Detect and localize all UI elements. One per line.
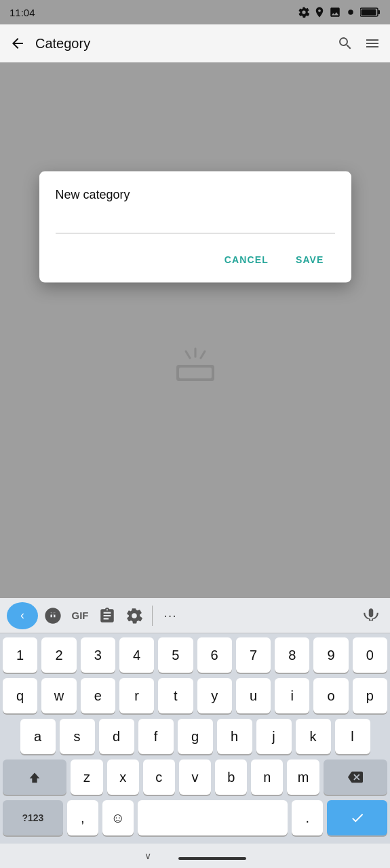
svg-rect-2 <box>378 10 381 14</box>
key-h[interactable]: h <box>217 719 252 754</box>
key-f[interactable]: f <box>138 719 174 754</box>
zxcv-row: z x c v b n m <box>3 760 387 795</box>
key-b[interactable]: b <box>215 760 247 795</box>
sticker-icon <box>43 606 62 625</box>
empty-state-icon <box>174 347 217 387</box>
cancel-button[interactable]: CANCEL <box>214 248 279 272</box>
key-k[interactable]: k <box>296 719 331 754</box>
key-0[interactable]: 0 <box>353 637 387 673</box>
key-m[interactable]: m <box>287 760 319 795</box>
keyboard-hide-button[interactable]: ∨ <box>144 850 151 861</box>
qwerty-row: q w e r t y u i o p <box>3 678 387 713</box>
status-bar: 11:04 <box>0 0 390 24</box>
clipboard-button[interactable] <box>95 604 119 628</box>
settings-icon <box>125 607 143 625</box>
keyboard-area: ‹ GIF ··· 1 2 3 4 5 6 7 <box>0 598 390 844</box>
gear-status-icon <box>298 6 310 18</box>
back-icon <box>9 35 26 52</box>
key-7[interactable]: 7 <box>236 637 271 673</box>
back-button[interactable] <box>8 34 27 53</box>
delete-key[interactable] <box>324 760 387 795</box>
key-3[interactable]: 3 <box>81 637 115 673</box>
nav-bar: ∨ <box>0 844 390 868</box>
keyboard-settings-button[interactable] <box>122 604 147 628</box>
search-icon <box>337 35 353 52</box>
shift-key[interactable] <box>3 760 66 795</box>
more-options-button[interactable]: ··· <box>158 604 182 628</box>
emoji-sticker-button[interactable] <box>41 604 65 628</box>
svg-rect-5 <box>179 368 212 378</box>
enter-key[interactable] <box>327 800 387 835</box>
dialog-input-wrap <box>56 213 335 234</box>
shift-icon <box>27 770 42 785</box>
key-n[interactable]: n <box>251 760 283 795</box>
key-g[interactable]: g <box>178 719 213 754</box>
menu-icon <box>364 35 381 52</box>
key-y[interactable]: y <box>197 678 232 713</box>
key-x[interactable]: x <box>107 760 139 795</box>
gallery-status-icon <box>329 6 341 18</box>
svg-line-8 <box>201 351 205 358</box>
key-u[interactable]: u <box>236 678 271 713</box>
key-o[interactable]: o <box>313 678 348 713</box>
new-category-dialog: New category CANCEL SAVE <box>39 172 351 283</box>
keyboard-rows: 1 2 3 4 5 6 7 8 9 0 q w e r t y u i o p … <box>0 633 390 844</box>
key-c[interactable]: c <box>143 760 175 795</box>
key-1[interactable]: 1 <box>3 637 37 673</box>
period-key[interactable]: . <box>292 800 323 835</box>
enter-icon <box>350 810 365 825</box>
status-time: 11:04 <box>9 7 35 18</box>
location-status-icon <box>313 6 326 18</box>
key-q[interactable]: q <box>3 678 37 713</box>
key-i[interactable]: i <box>275 678 309 713</box>
content-area: New category CANCEL SAVE <box>0 62 390 414</box>
key-j[interactable]: j <box>256 719 292 754</box>
key-t[interactable]: t <box>158 678 193 713</box>
key-p[interactable]: p <box>353 678 387 713</box>
key-v[interactable]: v <box>179 760 211 795</box>
gif-button[interactable]: GIF <box>68 604 92 628</box>
number-row: 1 2 3 4 5 6 7 8 9 0 <box>3 637 387 673</box>
battery-icon <box>360 7 381 18</box>
inbox-icon <box>174 347 217 384</box>
key-8[interactable]: 8 <box>275 637 309 673</box>
app-bar: Category <box>0 24 390 62</box>
key-e[interactable]: e <box>81 678 115 713</box>
toolbar-divider <box>152 606 153 626</box>
comma-key[interactable]: , <box>67 800 98 835</box>
key-a[interactable]: a <box>20 719 56 754</box>
delete-icon <box>348 770 363 785</box>
space-key[interactable] <box>138 800 288 835</box>
symbols-key[interactable]: ?123 <box>3 800 63 835</box>
key-4[interactable]: 4 <box>119 637 154 673</box>
save-button[interactable]: SAVE <box>285 248 335 272</box>
key-9[interactable]: 9 <box>313 637 348 673</box>
svg-rect-3 <box>362 9 376 16</box>
key-2[interactable]: 2 <box>41 637 76 673</box>
search-button[interactable] <box>336 34 355 53</box>
home-indicator <box>178 857 246 860</box>
key-s[interactable]: s <box>60 719 95 754</box>
key-l[interactable]: l <box>335 719 370 754</box>
gif-label: GIF <box>72 610 89 621</box>
dialog-title: New category <box>56 188 335 202</box>
key-5[interactable]: 5 <box>158 637 193 673</box>
svg-point-0 <box>348 9 353 15</box>
key-w[interactable]: w <box>41 678 76 713</box>
key-r[interactable]: r <box>119 678 154 713</box>
category-name-input[interactable] <box>56 213 335 231</box>
asdf-row: a s d f g h j k l <box>3 719 387 754</box>
microphone-button[interactable] <box>359 604 383 628</box>
key-6[interactable]: 6 <box>197 637 232 673</box>
microphone-icon <box>362 607 380 625</box>
menu-button[interactable] <box>363 34 382 53</box>
keyboard-back-button[interactable]: ‹ <box>7 602 38 629</box>
keyboard-toolbar: ‹ GIF ··· <box>0 598 390 633</box>
dialog-actions: CANCEL SAVE <box>56 245 335 277</box>
svg-line-7 <box>186 351 190 358</box>
key-z[interactable]: z <box>71 760 102 795</box>
clipboard-icon <box>98 607 116 625</box>
status-icons <box>298 6 381 18</box>
key-d[interactable]: d <box>99 719 134 754</box>
emoji-key[interactable]: ☺ <box>102 800 134 835</box>
